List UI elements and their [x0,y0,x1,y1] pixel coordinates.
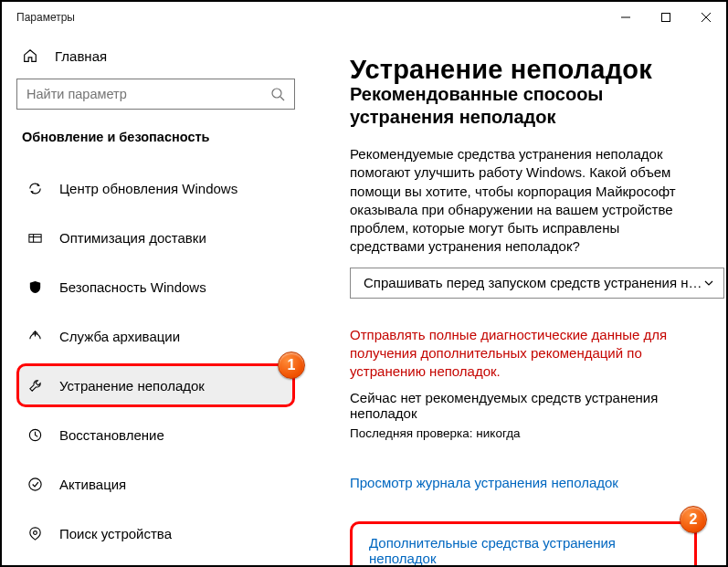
sync-icon [26,180,43,196]
home-link[interactable]: Главная [16,38,295,75]
svg-point-4 [272,89,281,98]
sidebar-item-activation[interactable]: Активация [16,462,295,506]
window-title: Параметры [16,11,75,24]
svg-rect-6 [28,234,40,242]
maximize-button[interactable] [646,2,686,33]
wrench-icon [26,377,43,394]
sidebar-item-label: Восстановление [59,427,164,443]
search-input[interactable] [26,87,270,101]
sidebar: Главная Обновление и безопасность Центр … [2,33,310,565]
sidebar-item-label: Активация [59,477,126,492]
find-device-icon [26,525,43,541]
delivery-icon [26,229,43,246]
svg-rect-1 [662,14,670,22]
recovery-icon [26,426,43,443]
sidebar-item-recovery[interactable]: Восстановление [16,413,295,457]
annotation-badge-1: 1 [278,352,305,379]
sidebar-item-troubleshoot[interactable]: Устранение неполадок 1 [16,363,295,407]
sidebar-item-backup[interactable]: Служба архивации [16,314,295,358]
sidebar-item-delivery[interactable]: Оптимизация доставки [16,215,295,259]
chevron-down-icon [703,278,714,289]
activation-icon [26,476,43,492]
page-subtitle: Рекомендованные спосооы устранения непол… [350,83,697,129]
sidebar-item-label: Поиск устройства [59,526,172,541]
sidebar-item-find-device[interactable]: Поиск устройства [16,511,295,555]
section-heading: Обновление и безопасность [16,130,295,166]
shield-icon [26,278,43,295]
home-label: Главная [55,48,107,64]
view-history-link[interactable]: Просмотр журнала устранения неполадок [350,475,618,490]
sidebar-item-security[interactable]: Безопасность Windows [16,265,295,309]
sidebar-item-label: Оптимизация доставки [59,230,206,246]
sidebar-item-label: Устранение неполадок [59,378,205,394]
svg-line-5 [280,97,284,100]
additional-troubleshooters-box: Дополнительные средства устранения непол… [350,521,697,565]
dropdown-value: Спрашивать перед запуском средств устран… [364,275,703,290]
window-controls [606,2,726,33]
page-title: Устранение неполадок [350,55,697,85]
close-button[interactable] [686,2,726,33]
annotation-badge-2: 2 [680,506,707,533]
troubleshoot-description: Рекомендуемые средства устранения непола… [350,145,697,257]
minimize-button[interactable] [606,2,646,33]
svg-point-11 [33,530,37,534]
backup-icon [26,328,43,344]
sidebar-item-label: Служба архивации [59,329,180,344]
svg-point-10 [28,478,40,489]
diagnostic-warning: Отправлять полные диагностические данные… [350,326,697,382]
sidebar-item-label: Центр обновления Windows [59,181,237,196]
search-box[interactable] [16,79,295,110]
sidebar-item-label: Безопасность Windows [59,279,206,295]
additional-troubleshooters-link[interactable]: Дополнительные средства устранения непол… [369,535,678,565]
sidebar-item-windows-update[interactable]: Центр обновления Windows [16,166,295,210]
troubleshoot-level-dropdown[interactable]: Спрашивать перед запуском средств устран… [350,268,724,299]
titlebar: Параметры [2,2,726,33]
last-check-text: Последняя проверка: никогда [350,426,697,440]
main-pane: Устранение неполадок Рекомендованные спо… [310,33,726,565]
no-troubleshooters-status: Сейчас нет рекомендуемых средств устране… [350,390,697,421]
search-icon [270,87,285,101]
home-icon [22,47,38,64]
